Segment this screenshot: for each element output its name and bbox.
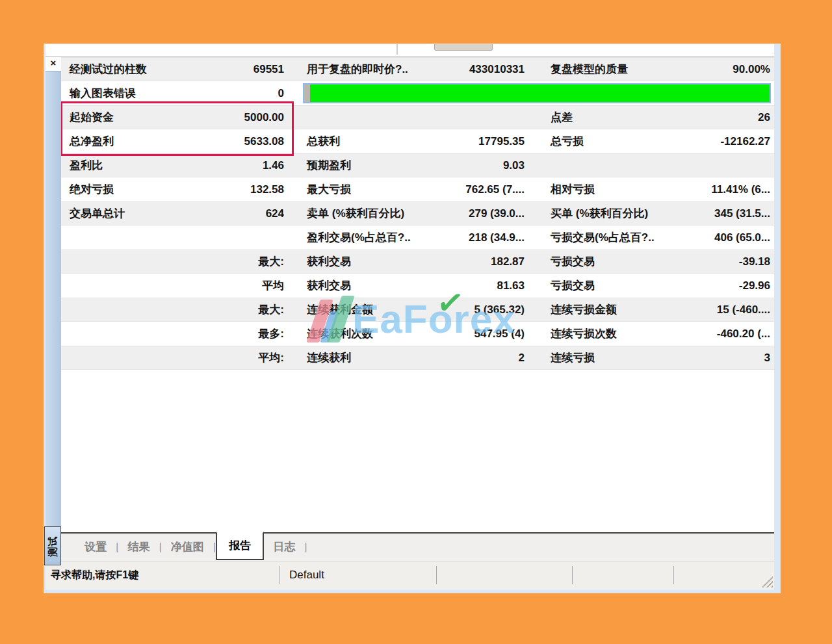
tab-0[interactable]: 设置 — [75, 534, 116, 560]
modelling-quality-progress-bar — [303, 83, 771, 103]
cell-value-2: 218 (34.9... — [443, 231, 525, 244]
table-row[interactable]: 输入图表错误 0 — [61, 82, 774, 105]
status-cell-empty-2 — [573, 561, 673, 589]
cell-value-3: 406 (65.0... — [687, 231, 770, 244]
cell-value-3: 345 (31.5... — [687, 207, 770, 220]
cell-value-1: 5633.08 — [201, 135, 284, 148]
tester-vertical-tab[interactable]: 测试 — [44, 526, 61, 565]
cell-label-3: 相对亏损 — [525, 182, 687, 197]
cell-label-2: 总获利 — [284, 134, 443, 149]
cell-value-1: 624 — [201, 207, 284, 220]
cell-label-3: 买单 (%获利百分比) — [525, 206, 687, 221]
cell-value-3: 26 — [687, 111, 770, 124]
cell-value-1: 最多: — [201, 326, 284, 341]
cell-label-3: 连续亏损金额 — [525, 302, 687, 317]
cell-value-3: 15 (-460.... — [687, 303, 770, 316]
cell-value-1: 最大: — [201, 302, 284, 317]
report-table: 经测试过的柱数 69551 用于复盘的即时价?.. 433010331 复盘模型… — [61, 57, 774, 532]
table-row[interactable]: 最大: 获利交易 182.87 亏损交易 -39.18 — [61, 250, 774, 273]
cell-value-1: 平均: — [201, 350, 284, 365]
toolbar-fragment — [434, 44, 493, 51]
cell-value-2: 182.87 — [443, 255, 525, 268]
tab-separator: | — [304, 541, 307, 554]
cell-label-2: 连续获利金额 — [284, 302, 443, 317]
cell-value-1: 平均 — [201, 278, 284, 293]
cell-label-3: 连续亏损次数 — [525, 326, 687, 341]
cell-label-1: 经测试过的柱数 — [61, 62, 201, 77]
tester-vertical-tab-label: 测试 — [47, 535, 59, 556]
tab-report[interactable]: 报告 — [216, 532, 264, 560]
table-row[interactable]: 经测试过的柱数 69551 用于复盘的即时价?.. 433010331 复盘模型… — [61, 58, 774, 81]
toolbar-divider — [396, 44, 398, 55]
cell-value-2: 279 (39.0... — [443, 207, 525, 220]
cell-label-2: 连续获利 — [284, 350, 443, 365]
cell-label-2: 用于复盘的即时价?.. — [284, 62, 443, 77]
cell-value-3: -29.96 — [687, 279, 770, 292]
cell-label-2: 连续获利次数 — [284, 326, 443, 341]
top-cutoff-strip — [46, 44, 774, 56]
left-rail: × — [46, 57, 61, 532]
table-row[interactable]: 起始资金 5000.00 点差 26 — [61, 106, 774, 129]
status-bar: 寻求帮助,请按F1键 Default — [46, 561, 774, 589]
cell-label-3: 亏损交易(%占总百?.. — [525, 230, 687, 245]
cell-value-1: 5000.00 — [201, 111, 284, 124]
cell-label-2: 最大亏损 — [284, 182, 443, 197]
status-help-text: 寻求帮助,请按F1键 — [46, 561, 280, 589]
cell-value-2: 9.03 — [443, 159, 525, 172]
table-row[interactable]: 最大: 连续获利金额 5 (365.32) 连续亏损金额 15 (-460...… — [61, 298, 774, 321]
cell-value-1: 最大: — [201, 254, 284, 269]
status-cell-empty-1 — [437, 561, 572, 589]
table-row[interactable]: 绝对亏损 132.58 最大亏损 762.65 (7.... 相对亏损 11.4… — [61, 178, 774, 201]
cell-value-3: 3 — [687, 352, 770, 365]
cell-value-3: 90.00% — [687, 63, 770, 76]
cell-label-3: 亏损交易 — [525, 278, 687, 293]
cell-label-2: 获利交易 — [284, 254, 443, 269]
report-main-area: × 经测试过的柱数 69551 用于复盘的即时价?.. 433010331 复盘… — [46, 56, 774, 532]
cell-label-3: 总亏损 — [525, 134, 687, 149]
cell-label-2: 预期盈利 — [284, 158, 443, 173]
table-row[interactable]: 平均: 连续获利 2 连续亏损 3 — [61, 346, 774, 369]
status-profile-label: Default — [280, 561, 436, 589]
cell-value-3: -460.20 (... — [687, 328, 770, 341]
cell-value-2: 5 (365.32) — [443, 303, 525, 316]
table-row[interactable]: 交易单总计 624 卖单 (%获利百分比) 279 (39.0... 买单 (%… — [61, 202, 774, 225]
table-row[interactable]: 平均 获利交易 81.63 亏损交易 -29.96 — [61, 274, 774, 297]
cell-value-1: 69551 — [201, 63, 284, 76]
cell-label-3: 复盘模型的质量 — [525, 62, 687, 77]
tab-4[interactable]: 日志 — [264, 534, 304, 560]
cell-label-3: 连续亏损 — [525, 350, 687, 365]
tab-2[interactable]: 净值图 — [162, 534, 213, 560]
cell-value-3: -39.18 — [687, 255, 770, 268]
cell-value-1: 132.58 — [201, 183, 284, 196]
cell-label-2: 获利交易 — [284, 278, 443, 293]
table-row[interactable]: 盈利交易(%占总百?.. 218 (34.9... 亏损交易(%占总百?.. 4… — [61, 226, 774, 249]
left-blue-strip — [46, 71, 61, 532]
cell-value-2: 81.63 — [443, 279, 525, 292]
cell-value-1: 1.46 — [201, 159, 284, 172]
status-cell-empty-3 — [674, 561, 774, 589]
cell-value-1: 0 — [201, 87, 284, 100]
cell-value-2: 433010331 — [443, 63, 525, 76]
cell-label-1: 盈利比 — [61, 158, 201, 173]
cell-value-3: -12162.27 — [687, 135, 770, 148]
close-button[interactable]: × — [46, 57, 61, 71]
table-row[interactable]: 最多: 连续获利次数 547.95 (4) 连续亏损次数 -460.20 (..… — [61, 322, 774, 345]
cell-label-2: 盈利交易(%占总百?.. — [284, 230, 443, 245]
cell-label-3: 点差 — [525, 110, 687, 125]
cell-value-2: 547.95 (4) — [443, 328, 525, 341]
table-row[interactable]: 盈利比 1.46 预期盈利 9.03 — [61, 154, 774, 177]
cell-value-2: 762.65 (7.... — [443, 183, 525, 196]
cell-label-1: 绝对亏损 — [61, 182, 201, 197]
cell-value-3: 11.41% (6... — [687, 183, 770, 196]
cell-label-1: 交易单总计 — [61, 206, 201, 221]
cell-label-1: 起始资金 — [61, 110, 201, 125]
cell-label-3: 亏损交易 — [525, 254, 687, 269]
table-row[interactable]: 总净盈利 5633.08 总获利 17795.35 总亏损 -12162.27 — [61, 130, 774, 153]
tester-report-window: × 经测试过的柱数 69551 用于复盘的即时价?.. 433010331 复盘… — [44, 44, 780, 593]
cell-label-2: 卖单 (%获利百分比) — [284, 206, 443, 221]
tab-1[interactable]: 结果 — [118, 534, 159, 560]
cell-value-2: 17795.35 — [443, 135, 525, 148]
bottom-tab-bar: 设置|结果|净值图|报告日志| — [46, 532, 774, 561]
cell-label-1: 输入图表错误 — [61, 86, 201, 101]
cell-value-2: 2 — [443, 352, 525, 365]
